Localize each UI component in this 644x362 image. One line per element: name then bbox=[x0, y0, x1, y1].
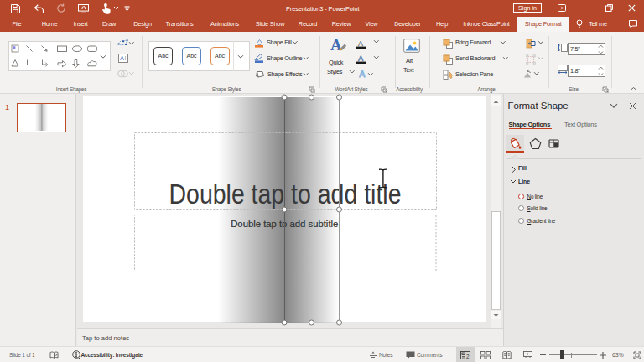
svg-text:A: A bbox=[360, 70, 366, 78]
svg-text:A: A bbox=[358, 39, 363, 48]
svg-text:2: 2 bbox=[466, 353, 470, 359]
svg-text:A: A bbox=[358, 54, 364, 63]
svg-text:A: A bbox=[120, 54, 124, 62]
